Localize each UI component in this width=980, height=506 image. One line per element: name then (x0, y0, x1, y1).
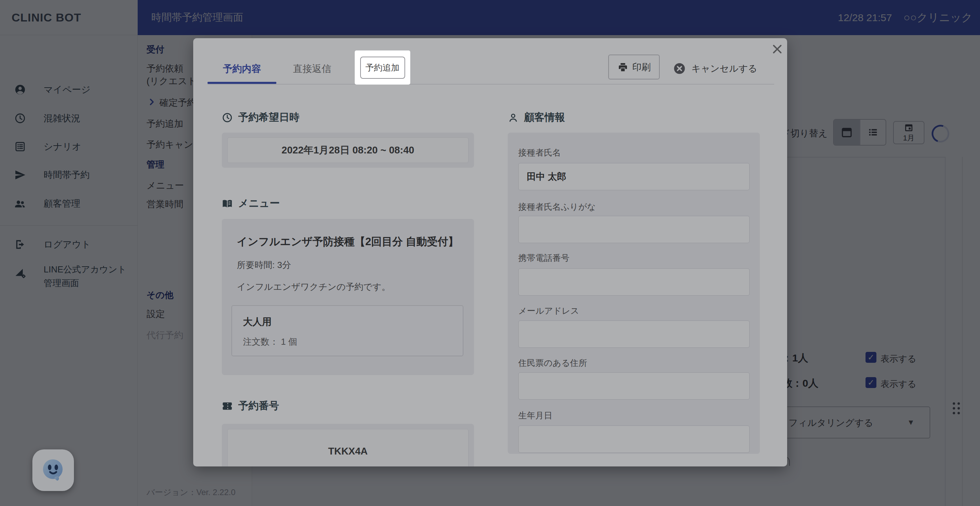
app-root: 時間帯予約管理画面 12/28 21:57 ○○クリニック CLINIC BOT… (0, 0, 980, 506)
tab-add-reservation[interactable]: 予約追加 (360, 57, 405, 79)
tutorial-highlight-box: 予約追加 (355, 51, 410, 85)
tutorial-dim-overlay (0, 0, 980, 506)
tab-label: 予約追加 (366, 62, 400, 73)
